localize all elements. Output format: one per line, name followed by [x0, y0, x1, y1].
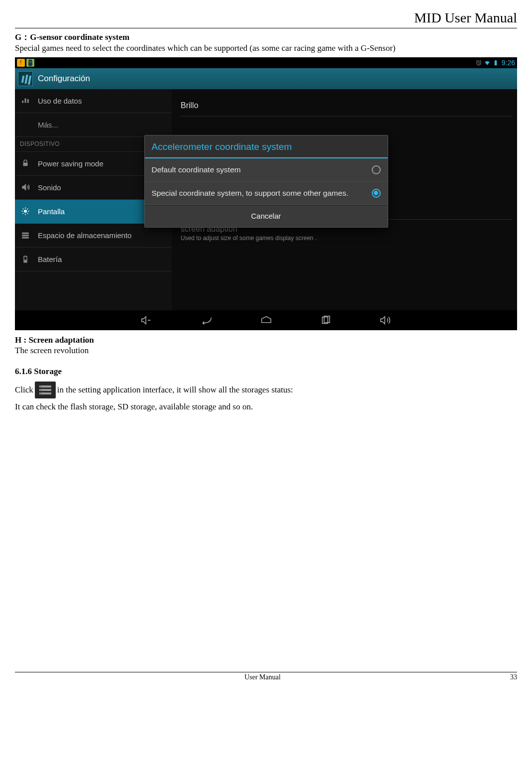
wifi-icon: [484, 59, 491, 66]
volume-up-icon[interactable]: [379, 315, 392, 325]
pane-item-accelerometer[interactable]: Accelerometer coordinate system Accelero…: [181, 191, 512, 220]
section-h-heading: H : Screen adaptation: [15, 335, 517, 345]
sidebar-item-more[interactable]: Más...: [15, 113, 172, 137]
sidebar-item-battery[interactable]: Batería: [15, 248, 172, 271]
pane-item-brightness[interactable]: Brillo: [181, 96, 512, 117]
svg-point-4: [24, 210, 27, 213]
sidebar-section-header: DISPOSITIVO: [15, 137, 172, 152]
line1-post: in the setting application interface, it…: [57, 385, 293, 395]
lock-icon: [20, 158, 31, 169]
doc-header-title: MID User Manual: [15, 10, 517, 28]
sound-icon: [20, 182, 31, 193]
sidebar-item-label: Uso de datos: [38, 97, 82, 105]
system-navbar: [15, 310, 517, 330]
home-button-icon[interactable]: [260, 315, 273, 325]
section-616-heading: 6.1.6 Storage: [15, 367, 517, 377]
notification-android-icon: [26, 59, 34, 67]
battery-icon: [492, 59, 499, 66]
sidebar-item-display[interactable]: Pantalla: [15, 200, 172, 224]
svg-point-18: [40, 393, 41, 394]
pane-item-screen-adaption[interactable]: screen adaption Used to adjust size of s…: [181, 220, 512, 248]
volume-down-icon[interactable]: [140, 315, 153, 325]
pane-obscured-area: [181, 117, 512, 191]
footer-center: User Manual: [15, 673, 510, 681]
sidebar-item-label: Espacio de almacenamiento: [38, 231, 131, 240]
back-button-icon[interactable]: [200, 315, 213, 325]
storage-icon: [20, 230, 31, 241]
notification-warning-icon: !: [17, 59, 25, 67]
pane-subtitle: Used to adjust size of some games displa…: [181, 235, 512, 242]
settings-titlebar: Configuración: [15, 68, 517, 89]
recents-button-icon[interactable]: [319, 315, 332, 325]
pane-subtitle: Accelerometer uses a special coordinate …: [181, 206, 512, 213]
pane-title: Brillo: [181, 101, 512, 110]
doc-footer: User Manual 33: [15, 672, 517, 681]
sidebar-item-data-usage[interactable]: Uso de datos: [15, 89, 172, 113]
sidebar-item-storage[interactable]: Espacio de almacenamiento: [15, 224, 172, 248]
data-usage-icon: [20, 95, 31, 106]
settings-screenshot: ! 9:26 Configuración: [15, 57, 517, 330]
svg-point-17: [40, 389, 41, 390]
sidebar-item-label: Batería: [38, 255, 62, 263]
sidebar-item-label: Más...: [38, 121, 58, 129]
section-g-heading: G：G-sensor coordinate system: [15, 31, 517, 43]
settings-sidebar: Uso de datos Más... DISPOSITIVO Power sa…: [15, 89, 172, 310]
svg-rect-10: [24, 260, 27, 262]
svg-rect-9: [25, 256, 26, 257]
alarm-icon: [475, 59, 482, 66]
settings-content-pane: Brillo Accelerometer coordinate system A…: [172, 89, 517, 310]
pane-title: Accelerometer coordinate system: [181, 196, 512, 205]
settings-icon: [18, 71, 33, 86]
svg-rect-6: [22, 235, 29, 237]
status-bar: ! 9:26: [15, 57, 517, 68]
svg-rect-3: [23, 163, 28, 166]
storage-instruction-line1: Click in the setting application interfa…: [15, 382, 517, 398]
section-h-text: The screen revolution: [15, 345, 517, 357]
sidebar-item-power-saving[interactable]: Power saving mode: [15, 152, 172, 176]
svg-rect-7: [22, 237, 29, 239]
svg-rect-5: [22, 233, 29, 234]
sidebar-section-label: DISPOSITIVO: [20, 140, 60, 147]
svg-rect-1: [494, 61, 497, 65]
settings-title: Configuración: [38, 74, 90, 84]
pane-title: screen adaption: [181, 225, 512, 234]
storage-instruction-line2: It can check the flash storage, SD stora…: [15, 401, 517, 413]
display-icon: [20, 206, 31, 217]
svg-rect-2: [495, 60, 496, 61]
storage-settings-icon: [35, 382, 56, 398]
page-number: 33: [510, 673, 517, 681]
sidebar-item-sound[interactable]: Sonido: [15, 176, 172, 200]
line1-pre: Click: [15, 385, 33, 395]
sidebar-item-label: Sonido: [38, 183, 61, 192]
section-g-text: Special games need to select the coordin…: [15, 43, 517, 54]
sidebar-item-label: Power saving mode: [38, 159, 104, 168]
svg-point-16: [40, 386, 41, 387]
status-clock: 9:26: [501, 59, 515, 67]
sidebar-item-label: Pantalla: [38, 207, 65, 216]
battery-icon: [20, 254, 31, 264]
placeholder-icon: [20, 119, 31, 130]
